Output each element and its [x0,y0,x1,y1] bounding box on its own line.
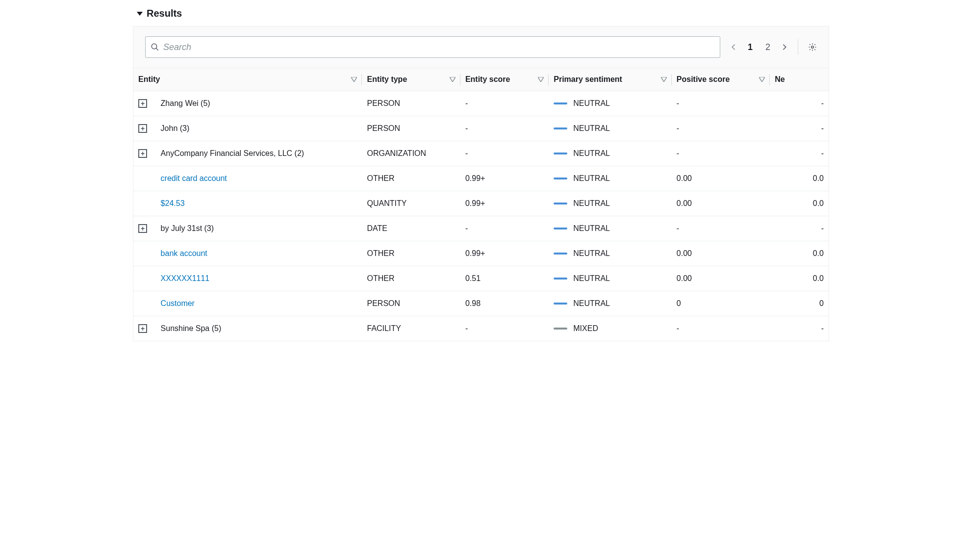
negative-cell: - [770,316,829,341]
search-icon [151,43,159,51]
positive-cell: - [672,116,770,141]
filter-icon[interactable] [759,77,765,82]
expand-cell: + [133,316,156,341]
table-row: CustomerPERSON0.98NEUTRAL00 [133,291,829,316]
entity-link[interactable]: XXXXXX1111 [161,274,210,282]
positive-cell: 0.00 [672,166,770,191]
entity-cell[interactable]: bank account [156,241,362,266]
prev-page-icon[interactable] [730,44,737,51]
entity-cell[interactable]: credit card account [156,166,362,191]
svg-marker-7 [759,77,765,82]
table-row: bank accountOTHER0.99+NEUTRAL0.000.0 [133,241,829,266]
header-negative: Ne [775,75,785,84]
sentiment-dash-icon [554,278,567,280]
table-row: XXXXXX1111OTHER0.51NEUTRAL0.000.0 [133,266,829,291]
expand-cell [133,166,156,191]
col-sentiment[interactable]: Primary sentiment [549,68,672,91]
header-sentiment: Primary sentiment [554,75,622,84]
positive-cell: - [672,91,770,116]
expand-icon[interactable]: + [138,124,147,133]
search-input[interactable] [159,42,715,52]
page-2[interactable]: 2 [763,42,772,52]
positive-cell: - [672,316,770,341]
sentiment-cell: NEUTRAL [549,191,672,216]
pagination: 1 2 [730,42,788,52]
col-expand: Entity [133,68,362,91]
col-positive[interactable]: Positive score [672,68,770,91]
settings-button[interactable] [808,43,817,51]
header-score: Entity score [465,75,510,84]
table-row: +John (3)PERSON-NEUTRAL-- [133,116,829,141]
type-cell: PERSON [362,116,460,141]
type-cell: OTHER [362,241,460,266]
header-entity: Entity [138,75,160,84]
expand-cell: + [133,116,156,141]
type-cell: OTHER [362,166,460,191]
positive-cell: - [672,216,770,241]
expand-cell [133,191,156,216]
sentiment-label: NEUTRAL [573,174,610,183]
entity-cell: AnyCompany Financial Services, LLC (2) [156,141,362,166]
svg-marker-4 [450,77,456,82]
page-1[interactable]: 1 [746,42,755,52]
negative-cell: - [770,216,829,241]
expand-cell: + [133,141,156,166]
entity-cell[interactable]: Customer [156,291,362,316]
svg-marker-3 [351,77,357,82]
sentiment-cell: NEUTRAL [549,166,672,191]
negative-cell: 0.0 [770,191,829,216]
expand-icon[interactable]: + [138,149,147,158]
score-cell: - [460,316,549,341]
expand-icon[interactable]: + [138,99,147,108]
col-type[interactable]: Entity type [362,68,460,91]
sentiment-dash-icon [554,127,567,129]
negative-cell: 0.0 [770,241,829,266]
entity-cell[interactable]: $24.53 [156,191,362,216]
expand-cell [133,266,156,291]
sentiment-label: NEUTRAL [573,224,610,233]
search-box[interactable] [145,36,720,58]
entity-link[interactable]: Customer [161,299,195,307]
sentiment-label: NEUTRAL [573,199,610,208]
entity-link[interactable]: credit card account [161,174,227,182]
col-score[interactable]: Entity score [460,68,549,91]
expand-icon[interactable]: + [138,224,147,233]
table-row: +Zhang Wei (5)PERSON-NEUTRAL-- [133,91,829,116]
sentiment-dash-icon [554,203,567,204]
sentiment-label: NEUTRAL [573,299,610,308]
type-cell: FACILITY [362,316,460,341]
negative-cell: 0 [770,291,829,316]
positive-cell: 0.00 [672,191,770,216]
table-row: +Sunshine Spa (5)FACILITY-MIXED-- [133,316,829,341]
sentiment-cell: NEUTRAL [549,216,672,241]
col-negative[interactable]: Ne [770,68,829,91]
sentiment-dash-icon [554,153,567,154]
toolbar-divider [798,39,798,55]
sentiment-dash-icon [554,228,567,229]
sentiment-dash-icon [554,328,567,330]
type-cell: DATE [362,216,460,241]
entity-link[interactable]: $24.53 [161,199,185,207]
sentiment-cell: NEUTRAL [549,141,672,166]
collapse-caret-icon[interactable] [137,12,143,16]
entity-text: Sunshine Spa (5) [161,324,222,332]
filter-icon[interactable] [661,77,667,82]
sentiment-cell: NEUTRAL [549,291,672,316]
svg-marker-5 [538,77,544,82]
filter-icon[interactable] [538,77,544,82]
filter-icon[interactable] [351,77,357,82]
score-cell: 0.51 [460,266,549,291]
expand-cell: + [133,91,156,116]
expand-icon[interactable]: + [138,324,147,333]
next-page-icon[interactable] [781,44,788,51]
type-cell: ORGANIZATION [362,141,460,166]
entity-link[interactable]: bank account [161,249,207,257]
toolbar: 1 2 [133,26,829,68]
filter-icon[interactable] [450,77,456,82]
sentiment-label: NEUTRAL [573,149,610,158]
positive-cell: - [672,141,770,166]
score-cell: - [460,141,549,166]
sentiment-cell: NEUTRAL [549,91,672,116]
entity-cell[interactable]: XXXXXX1111 [156,266,362,291]
sentiment-dash-icon [554,253,567,255]
